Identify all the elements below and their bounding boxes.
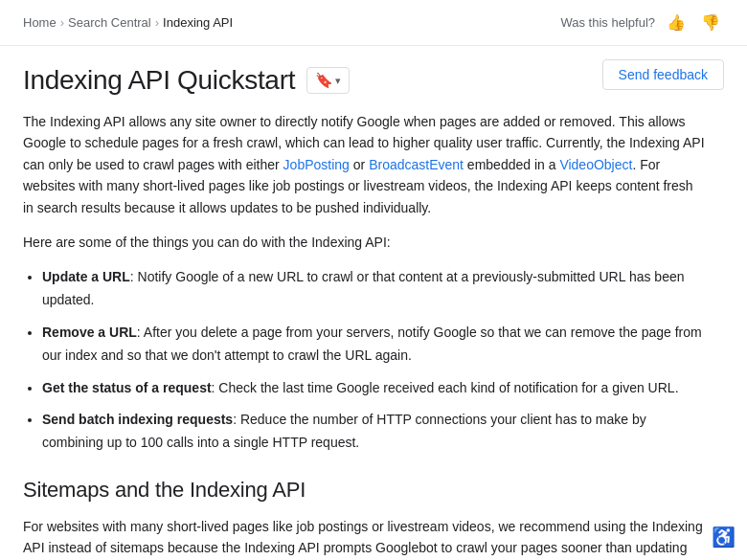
thumbs-down-button[interactable]: 👎 (697, 10, 724, 35)
videoobject-link[interactable]: VideoObject (559, 157, 632, 172)
list-item: Update a URL: Notify Google of a new URL… (42, 266, 705, 312)
feature-bold-1: Remove a URL (42, 325, 137, 340)
breadcrumb: Home › Search Central › Indexing API (23, 15, 233, 30)
breadcrumb-home[interactable]: Home (23, 15, 57, 30)
thumbs-up-button[interactable]: 👍 (663, 10, 690, 35)
feature-text-0: : Notify Google of a new URL to crawl or… (42, 269, 685, 307)
list-item: Get the status of a request: Check the l… (42, 377, 705, 400)
helpful-bar: Was this helpful? 👍 👎 (560, 10, 724, 35)
sitemaps-paragraph: For websites with many short-lived pages… (23, 516, 705, 560)
feature-bold-3: Send batch indexing requests (42, 412, 233, 427)
accessibility-icon[interactable]: ♿ (712, 526, 736, 549)
feature-list: Update a URL: Notify Google of a new URL… (42, 266, 705, 455)
list-item: Remove a URL: After you delete a page fr… (42, 322, 705, 368)
thumbs-up-icon: 👍 (667, 14, 686, 31)
breadcrumb-sep-2: › (155, 15, 159, 30)
intro-embedded: embedded in a (464, 157, 559, 172)
chevron-down-icon: ▾ (335, 75, 341, 87)
jobposting-link[interactable]: JobPosting (283, 157, 350, 172)
breadcrumb-search-central[interactable]: Search Central (68, 15, 151, 30)
breadcrumb-current: Indexing API (163, 15, 233, 30)
sitemaps-text-start: For websites with many short-lived pages… (23, 519, 703, 560)
list-item: Send batch indexing requests: Reduce the… (42, 409, 705, 455)
main-content: Indexing API Quickstart 🔖 ▾ The Indexing… (0, 46, 728, 560)
intro-paragraph-1: The Indexing API allows any site owner t… (23, 111, 705, 218)
feature-bold-0: Update a URL (42, 269, 130, 284)
feature-text-2: : Check the last time Google received ea… (212, 380, 679, 395)
sitemaps-section-heading: Sitemaps and the Indexing API (23, 478, 705, 503)
intro-or: or (350, 157, 369, 172)
bookmark-button[interactable]: 🔖 ▾ (306, 67, 350, 94)
feature-bold-2: Get the status of a request (42, 380, 212, 395)
bookmark-icon: 🔖 (315, 72, 333, 89)
breadcrumb-bar: Home › Search Central › Indexing API Was… (0, 0, 747, 46)
breadcrumb-sep-1: › (60, 15, 64, 30)
helpful-label: Was this helpful? (560, 15, 655, 30)
send-feedback-button[interactable]: Send feedback (602, 59, 724, 90)
feature-text-1: : After you delete a page from your serv… (42, 325, 702, 363)
broadcastevent-link[interactable]: BroadcastEvent (369, 157, 464, 172)
thumbs-down-icon: 👎 (701, 14, 720, 31)
intro-paragraph-2: Here are some of the things you can do w… (23, 232, 705, 253)
page-title: Indexing API Quickstart (23, 65, 295, 96)
